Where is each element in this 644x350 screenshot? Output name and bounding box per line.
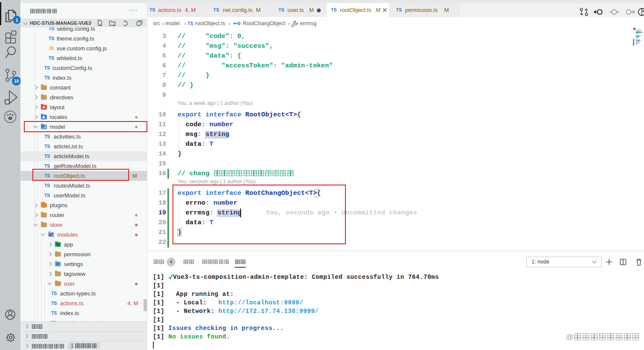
svg-text:1: 1 [15,17,18,23]
svg-text:10: 10 [14,78,19,84]
